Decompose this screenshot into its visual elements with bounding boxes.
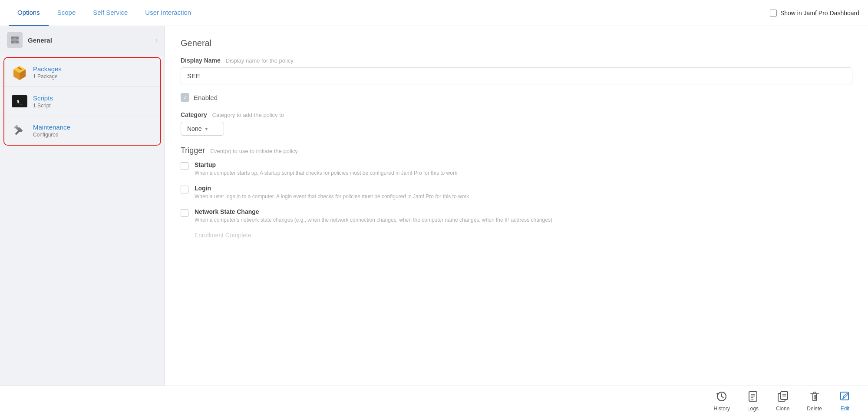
triggers-list: Startup When a computer starts up. A sta… — [181, 161, 852, 239]
category-row: Category Category to add the policy to N… — [181, 111, 852, 136]
category-value: None — [187, 125, 201, 132]
category-label: Category — [181, 111, 207, 118]
category-label-row: Category Category to add the policy to — [181, 111, 852, 118]
trigger-header-row: Trigger Event(s) to use to initiate the … — [181, 146, 852, 155]
sidebar: General › Packages — [0, 26, 165, 386]
display-name-label: Display Name — [181, 57, 221, 64]
startup-text: Startup When a computer starts up. A sta… — [195, 161, 852, 177]
svg-text:LOG: LOG — [750, 398, 754, 401]
sidebar-highlighted-group: Packages 1 Package $_ Scripts 1 Script — [3, 57, 161, 146]
maintenance-icon — [11, 122, 28, 139]
startup-desc: When a computer starts up. A startup scr… — [195, 169, 852, 177]
trigger-label: Trigger — [181, 146, 205, 155]
tab-scope[interactable]: Scope — [49, 0, 85, 26]
section-title: General — [181, 38, 852, 48]
scripts-item-title: Scripts — [33, 94, 153, 102]
scripts-icon: $_ — [11, 93, 28, 110]
networkstatechange-text: Network State Change When a computer's n… — [195, 208, 852, 224]
svg-rect-2 — [13, 38, 16, 39]
bottom-toolbar: History LOG Logs Clone — [0, 386, 868, 416]
general-item-title: General — [28, 37, 150, 44]
login-text: Login When a user logs in to a computer.… — [195, 185, 852, 200]
startup-title: Startup — [195, 161, 852, 168]
packages-item-title: Packages — [33, 65, 153, 73]
clone-icon — [777, 391, 789, 404]
dropdown-arrow-icon: ▼ — [204, 126, 208, 131]
clone-label: Clone — [776, 406, 789, 412]
cabinet-icon — [7, 32, 23, 48]
history-label: History — [714, 406, 730, 412]
startup-checkbox[interactable] — [181, 162, 188, 170]
networkstatechange-title: Network State Change — [195, 208, 852, 215]
enabled-row: ✓ Enabled — [181, 93, 852, 102]
trigger-networkstatechange: Network State Change When a computer's n… — [181, 208, 852, 224]
svg-rect-20 — [781, 392, 788, 399]
scripts-item-subtitle: 1 Script — [33, 103, 153, 109]
logs-icon: LOG — [747, 391, 759, 404]
toolbar-delete[interactable]: Delete — [807, 391, 822, 412]
content-area: General Display Name Display name for th… — [165, 26, 868, 386]
sidebar-item-packages[interactable]: Packages 1 Package — [4, 58, 160, 87]
trigger-hint: Event(s) to use to initiate the policy — [210, 148, 298, 154]
dashboard-label: Show in Jamf Pro Dashboard — [780, 10, 859, 17]
dashboard-checkbox[interactable] — [770, 10, 777, 17]
delete-label: Delete — [807, 406, 822, 412]
networkstatechange-checkbox[interactable] — [181, 209, 188, 217]
tab-options[interactable]: Options — [9, 0, 49, 26]
display-name-input[interactable] — [181, 67, 852, 84]
general-arrow-icon: › — [155, 37, 158, 43]
main-layout: General › Packages — [0, 26, 868, 386]
dashboard-toggle: Show in Jamf Pro Dashboard — [770, 10, 859, 17]
sidebar-item-maintenance[interactable]: Maintenance Configured — [4, 116, 160, 145]
toolbar-clone[interactable]: Clone — [776, 391, 789, 412]
history-icon — [716, 391, 727, 404]
display-name-hint: Display name for the policy — [226, 57, 294, 64]
nav-tabs: Options Scope Self Service User Interact… — [9, 0, 200, 26]
category-hint: Category to add the policy to — [212, 112, 284, 118]
top-nav: Options Scope Self Service User Interact… — [0, 0, 868, 26]
scripts-item-text: Scripts 1 Script — [33, 94, 153, 109]
svg-rect-3 — [13, 42, 16, 43]
maintenance-item-text: Maintenance Configured — [33, 123, 153, 138]
packages-item-text: Packages 1 Package — [33, 65, 153, 80]
edit-label: Edit — [841, 406, 850, 412]
login-checkbox[interactable] — [181, 186, 188, 193]
display-name-field-row: Display Name Display name for the policy — [181, 57, 852, 84]
general-item-text: General — [28, 37, 150, 44]
toolbar-logs[interactable]: LOG Logs — [747, 391, 759, 412]
login-title: Login — [195, 185, 852, 192]
packages-item-subtitle: 1 Package — [33, 73, 153, 80]
enabled-checkbox[interactable]: ✓ — [181, 93, 189, 102]
enabled-label: Enabled — [194, 94, 218, 101]
edit-icon — [839, 391, 851, 404]
trigger-login: Login When a user logs in to a computer.… — [181, 185, 852, 200]
trigger-section: Trigger Event(s) to use to initiate the … — [181, 146, 852, 239]
trigger-startup: Startup When a computer starts up. A sta… — [181, 161, 852, 177]
maintenance-item-subtitle: Configured — [33, 132, 153, 138]
category-dropdown[interactable]: None ▼ — [181, 122, 224, 136]
maintenance-item-title: Maintenance — [33, 123, 153, 131]
logs-label: Logs — [747, 406, 759, 412]
networkstatechange-desc: When a computer's network state changes … — [195, 216, 852, 224]
delete-icon — [809, 391, 820, 404]
package-icon — [11, 64, 28, 80]
login-desc: When a user logs in to a computer. A log… — [195, 193, 852, 200]
tab-selfservice[interactable]: Self Service — [84, 0, 136, 26]
toolbar-history[interactable]: History — [714, 391, 730, 412]
toolbar-edit[interactable]: Edit — [839, 391, 851, 412]
enrollment-complete: Enrollment Complete — [195, 232, 852, 239]
sidebar-item-scripts[interactable]: $_ Scripts 1 Script — [4, 87, 160, 116]
tab-userinteraction[interactable]: User Interaction — [136, 0, 200, 26]
sidebar-item-general[interactable]: General › — [0, 26, 165, 54]
